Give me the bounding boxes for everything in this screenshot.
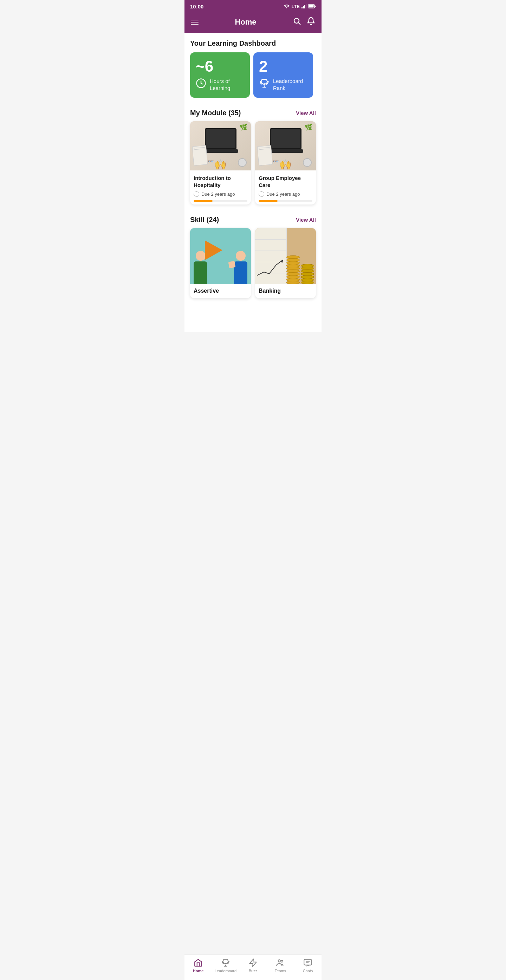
svg-line-9 xyxy=(299,23,301,25)
laptop-screen-2 xyxy=(270,128,301,150)
employee-care-progress-bg xyxy=(259,200,312,202)
skill-cards-container: Assertive xyxy=(185,228,321,304)
skill-title: Skill (24) xyxy=(190,216,219,224)
header-actions xyxy=(293,17,315,27)
lte-label: LTE xyxy=(291,4,300,9)
search-svg xyxy=(293,17,301,25)
svg-point-0 xyxy=(286,7,288,8)
rank-card-bottom: LeaderboardRank xyxy=(259,78,307,91)
skill-card-assertive[interactable]: Assertive xyxy=(190,228,251,298)
due-icon-2 xyxy=(259,191,264,197)
hospitality-progress-bg xyxy=(194,200,247,202)
hospitality-progress-bar xyxy=(194,200,213,202)
coffee-cup xyxy=(238,158,247,167)
hospitality-due: Due 2 years ago xyxy=(194,191,247,197)
app-header: Home xyxy=(185,13,321,33)
hours-label: Hours ofLearning xyxy=(210,78,230,91)
menu-button[interactable] xyxy=(191,20,199,25)
coins-container xyxy=(286,256,314,284)
rank-value: 2 xyxy=(259,59,307,74)
coffee-cup-2 xyxy=(303,158,312,167)
battery-icon xyxy=(308,4,316,8)
status-icons: LTE xyxy=(284,4,316,9)
module-title: My Module (35) xyxy=(190,109,241,117)
module-section: My Module (35) View All xyxy=(185,103,321,210)
banking-card-body: Banking xyxy=(255,284,316,298)
plant-icon: 🌿 xyxy=(240,123,247,131)
svg-rect-4 xyxy=(306,4,306,8)
banking-title: Banking xyxy=(259,288,312,294)
hours-value: ~6 xyxy=(196,59,244,74)
skill-view-all[interactable]: View All xyxy=(296,217,316,223)
svg-point-11 xyxy=(264,84,265,85)
hospitality-title: Introduction to Hospitality xyxy=(194,175,247,188)
typing-hands-2: 🙌 xyxy=(279,159,292,170)
module-card-hospitality[interactable]: 🌿 🙌 👓 Introduction to Hospitality Due 2 … xyxy=(190,121,251,205)
chart-bg xyxy=(255,228,287,284)
hours-card[interactable]: ~6 Hours ofLearning xyxy=(190,52,250,98)
module-section-header: My Module (35) View All xyxy=(185,103,321,121)
svg-rect-7 xyxy=(315,6,316,7)
svg-rect-2 xyxy=(303,6,304,8)
employee-care-image: 🌿 🙌 👓 xyxy=(255,121,316,170)
hospitality-image: 🌿 🙌 👓 xyxy=(190,121,251,170)
rank-label: LeaderboardRank xyxy=(273,78,303,91)
hospitality-due-text: Due 2 years ago xyxy=(201,191,235,197)
clock-icon xyxy=(196,78,206,91)
svg-rect-6 xyxy=(309,5,314,8)
rank-card[interactable]: 2 LeaderboardRank xyxy=(253,52,313,98)
employee-care-due-text: Due 2 years ago xyxy=(266,191,300,197)
clock-svg xyxy=(196,78,206,89)
plant-icon-2: 🌿 xyxy=(305,123,312,131)
trophy-icon xyxy=(259,78,269,91)
hours-card-bottom: Hours ofLearning xyxy=(196,78,244,91)
glasses-2: 👓 xyxy=(273,159,278,164)
employee-care-due: Due 2 years ago xyxy=(259,191,312,197)
trophy-svg xyxy=(259,78,269,89)
glasses: 👓 xyxy=(208,159,214,164)
typing-hands: 🙌 xyxy=(214,159,227,170)
status-bar: 10:00 LTE xyxy=(185,0,321,13)
notebook-2 xyxy=(257,145,273,165)
svg-point-8 xyxy=(294,18,299,23)
wifi-icon xyxy=(284,4,290,8)
page-title: Home xyxy=(235,18,256,27)
assertive-image xyxy=(190,228,251,284)
module-card-employee-care[interactable]: 🌿 🙌 👓 Group Employee Care Due 2 years ag… xyxy=(255,121,316,205)
megaphone xyxy=(205,240,223,260)
svg-rect-1 xyxy=(301,7,302,8)
assertive-title: Assertive xyxy=(194,288,247,294)
due-icon xyxy=(194,191,199,197)
search-icon[interactable] xyxy=(293,17,301,27)
laptop-screen xyxy=(205,128,237,150)
notebook xyxy=(192,145,208,165)
coin-stack-2 xyxy=(301,264,314,284)
employee-care-title: Group Employee Care xyxy=(259,175,312,188)
notification-icon[interactable] xyxy=(307,17,315,27)
employee-care-progress-bar xyxy=(259,200,278,202)
dashboard-title: Your Learning Dashboard xyxy=(190,39,316,48)
bell-svg xyxy=(307,17,315,25)
skill-section: Skill (24) View All xyxy=(185,210,321,304)
employee-care-body: Group Employee Care Due 2 years ago xyxy=(255,170,316,205)
hospitality-card-body: Introduction to Hospitality Due 2 years … xyxy=(190,170,251,205)
main-content: Your Learning Dashboard ~6 Hours ofLearn… xyxy=(185,33,321,332)
module-cards-container: 🌿 🙌 👓 Introduction to Hospitality Due 2 … xyxy=(185,121,321,210)
person-right xyxy=(234,251,247,284)
status-time: 10:00 xyxy=(190,3,204,10)
skill-section-header: Skill (24) View All xyxy=(185,210,321,228)
module-view-all[interactable]: View All xyxy=(296,110,316,116)
chart-line-svg xyxy=(257,256,285,277)
coin-stack-1 xyxy=(286,256,300,284)
signal-icon xyxy=(301,4,306,8)
svg-rect-3 xyxy=(304,5,306,8)
assertive-card-body: Assertive xyxy=(190,284,251,298)
banking-image xyxy=(255,228,316,284)
dashboard-section: Your Learning Dashboard ~6 Hours ofLearn… xyxy=(185,33,321,103)
skill-card-banking[interactable]: Banking xyxy=(255,228,316,298)
stat-cards-container: ~6 Hours ofLearning 2 xyxy=(190,52,316,99)
